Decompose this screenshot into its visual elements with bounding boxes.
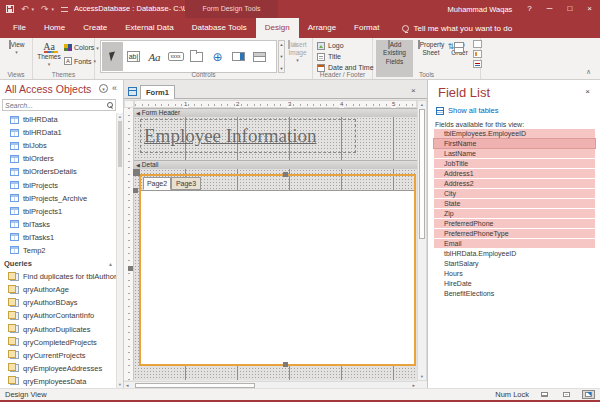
selection-handle[interactable] bbox=[283, 172, 288, 177]
selection-handle[interactable] bbox=[133, 188, 138, 193]
redo-icon[interactable]: ↷ bbox=[41, 5, 49, 14]
tab-order-button[interactable]: Tab Order bbox=[447, 40, 472, 58]
page-tab[interactable]: Page3 bbox=[171, 177, 201, 190]
field-row[interactable]: Address1 bbox=[434, 169, 595, 178]
field-row[interactable]: Zip bbox=[434, 209, 595, 218]
nav-menu-icon[interactable]: ▾ bbox=[99, 84, 108, 93]
nav-object-item[interactable]: Temp2 bbox=[0, 244, 117, 257]
shutter-close-icon[interactable]: « bbox=[112, 84, 117, 93]
ribbon-tab[interactable]: Home bbox=[35, 18, 74, 38]
scroll-up-icon[interactable]: ▴ bbox=[418, 101, 426, 108]
horizontal-ruler[interactable]: 12345 bbox=[134, 100, 417, 108]
subform-icon[interactable] bbox=[473, 40, 482, 48]
header-footer-button[interactable]: Logo bbox=[317, 40, 374, 51]
nav-object-item[interactable]: qryAuthorAge bbox=[0, 283, 117, 296]
field-list-close-icon[interactable]: × bbox=[585, 87, 590, 96]
combobox-control[interactable] bbox=[228, 42, 249, 71]
selection-handle[interactable] bbox=[133, 169, 140, 176]
nav-object-item[interactable]: qryAuthorBDays bbox=[0, 296, 117, 309]
nav-object-item[interactable]: tblOrders bbox=[0, 152, 117, 165]
maximize-icon[interactable]: □ bbox=[567, 5, 572, 13]
undo-caret-icon[interactable]: ▾ bbox=[32, 6, 35, 12]
button-control[interactable]: xxxx bbox=[165, 42, 186, 71]
nav-object-item[interactable]: qryAuthorContantInfo bbox=[0, 309, 117, 322]
ribbon-tab[interactable]: Create bbox=[74, 18, 116, 38]
tell-me-box[interactable]: Tell me what you want to do bbox=[402, 18, 512, 38]
field-row[interactable]: Hours bbox=[434, 269, 595, 278]
nav-object-item[interactable]: qryEmployeesData bbox=[0, 375, 117, 388]
vertical-scrollbar[interactable]: ▴ ▾ bbox=[417, 100, 427, 381]
scroll-down-icon[interactable]: ▾ bbox=[117, 381, 123, 388]
nav-scroll-thumb[interactable] bbox=[118, 121, 122, 167]
field-row[interactable]: LastName bbox=[434, 149, 595, 158]
nav-object-item[interactable]: qryAuthorDuplicates bbox=[0, 323, 117, 336]
tab-control[interactable] bbox=[186, 42, 207, 71]
select-control[interactable] bbox=[102, 42, 123, 71]
layout-view-icon[interactable] bbox=[560, 390, 573, 399]
help-icon[interactable]: ? bbox=[527, 5, 531, 13]
nav-object-item[interactable]: tblTasks bbox=[0, 218, 117, 231]
selection-handle[interactable] bbox=[283, 362, 288, 367]
nav-object-item[interactable]: tblOrdersDetails bbox=[0, 165, 117, 178]
ribbon-tab[interactable]: Format bbox=[345, 18, 388, 38]
nav-object-item[interactable]: qryCompletedProjects bbox=[0, 336, 117, 349]
field-row[interactable]: Email bbox=[434, 239, 595, 248]
collapse-ribbon-icon[interactable]: ∧ bbox=[586, 68, 591, 76]
field-row[interactable]: State bbox=[434, 199, 595, 208]
detail-section-bar[interactable]: ◀Detail bbox=[134, 160, 417, 169]
form-title-label-control[interactable]: Employee Information bbox=[140, 119, 356, 153]
minimize-icon[interactable]: ─ bbox=[547, 5, 553, 13]
gallery-down-icon[interactable]: ▼ bbox=[280, 54, 284, 59]
user-name[interactable]: Muhammad Waqas bbox=[448, 5, 513, 14]
nav-object-item[interactable]: tblProjects_Archive bbox=[0, 192, 117, 205]
section-collapse-icon[interactable]: ◀ bbox=[136, 110, 140, 116]
field-row[interactable]: tblHRData.EmployeeID bbox=[434, 249, 595, 258]
view-button[interactable]: View ▾ bbox=[3, 41, 30, 55]
header-footer-button[interactable]: Title bbox=[317, 51, 374, 62]
redo-caret-icon[interactable]: ▾ bbox=[52, 6, 55, 12]
tab-control[interactable]: Page2 Page3 bbox=[139, 174, 416, 366]
field-row[interactable]: City bbox=[434, 189, 595, 198]
search-input[interactable] bbox=[5, 100, 101, 110]
ribbon-tab[interactable]: External Data bbox=[116, 18, 182, 38]
nav-object-item[interactable]: tblJobs bbox=[0, 139, 117, 152]
field-row[interactable]: Address2 bbox=[434, 179, 595, 188]
form-header-section-bar[interactable]: ◀Form Header bbox=[134, 108, 417, 117]
nav-object-item[interactable]: tblHRData bbox=[0, 113, 117, 126]
nav-scrollbar[interactable]: ▴ ▾ bbox=[116, 113, 123, 388]
gallery-up-icon[interactable]: ▲ bbox=[280, 42, 284, 47]
save-icon[interactable] bbox=[6, 5, 14, 13]
nav-object-item[interactable]: Find duplicates for tblAuthors bbox=[0, 270, 117, 283]
hyperlink-control[interactable]: ⊕ bbox=[207, 42, 228, 71]
ribbon-tab[interactable]: Arrange bbox=[299, 18, 345, 38]
close-icon[interactable]: × bbox=[587, 5, 592, 13]
field-row[interactable]: tblEmployees.EmployeeID bbox=[434, 129, 595, 138]
page-tab[interactable]: Page2 bbox=[143, 177, 171, 190]
nav-object-item[interactable]: Queries bbox=[0, 257, 117, 270]
insert-chart-icon[interactable] bbox=[473, 50, 482, 58]
form-view-icon[interactable] bbox=[538, 390, 551, 399]
field-row[interactable]: FirstName bbox=[434, 139, 595, 148]
view-code-icon[interactable] bbox=[473, 60, 482, 68]
scroll-down-icon[interactable]: ▾ bbox=[418, 373, 426, 380]
label-control[interactable]: Aa bbox=[144, 42, 165, 71]
property-sheet-button[interactable]: Property Sheet bbox=[416, 40, 446, 58]
nav-object-item[interactable]: tblHRData1 bbox=[0, 126, 117, 139]
document-close-icon[interactable]: × bbox=[411, 86, 416, 95]
field-row[interactable]: PreferredPhone bbox=[434, 219, 595, 228]
insert-image-button[interactable]: Insert Image ▾ bbox=[285, 41, 310, 64]
vertical-ruler[interactable] bbox=[124, 108, 134, 380]
webbrowser-control[interactable] bbox=[249, 42, 270, 71]
colors-button[interactable]: Colors ▾ bbox=[64, 44, 99, 51]
design-view-icon[interactable] bbox=[582, 390, 595, 399]
field-row[interactable]: JobTitle bbox=[434, 159, 595, 168]
textbox-control[interactable]: ab| bbox=[123, 42, 144, 71]
nav-object-item[interactable]: tblProjects bbox=[0, 178, 117, 191]
gallery-scrollbar[interactable]: ▲ ▼ ▼ bbox=[278, 40, 285, 73]
undo-icon[interactable]: ↶ bbox=[21, 5, 29, 14]
customize-qat-icon[interactable] bbox=[61, 7, 68, 12]
field-row[interactable]: BenefitElections bbox=[434, 289, 595, 298]
section-collapse-icon[interactable]: ◀ bbox=[136, 162, 140, 168]
field-row[interactable]: PreferredPhoneType bbox=[434, 229, 595, 238]
themes-button[interactable]: Aa Themes ▾ bbox=[36, 41, 62, 67]
